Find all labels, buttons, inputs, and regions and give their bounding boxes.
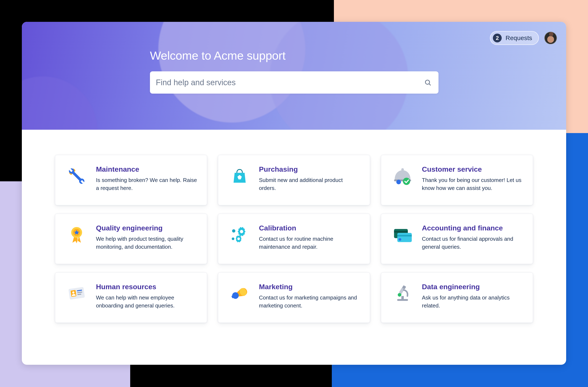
- svg-point-11: [396, 180, 401, 184]
- card-accounting-finance[interactable]: Accounting and finance Contact us for fi…: [381, 214, 533, 264]
- card-description: Ask us for anything data or analytics re…: [422, 294, 523, 309]
- svg-rect-20: [394, 231, 408, 233]
- megaphone-icon: [228, 282, 251, 305]
- svg-point-12: [403, 178, 410, 185]
- card-description: Contact us for routine machine maintenan…: [259, 235, 360, 251]
- gears-icon: [228, 223, 251, 246]
- ribbon-award-icon: [65, 223, 88, 246]
- card-marketing[interactable]: Marketing Contact us for marketing campa…: [218, 272, 370, 323]
- topbar: 2 Requests: [490, 31, 557, 45]
- svg-rect-21: [397, 233, 412, 242]
- card-purchasing[interactable]: Purchasing Submit new and additional pro…: [218, 155, 370, 205]
- card-description: We help with product testing, quality mo…: [96, 235, 197, 251]
- svg-rect-34: [401, 296, 404, 300]
- card-title: Accounting and finance: [422, 224, 523, 232]
- svg-point-23: [399, 238, 401, 241]
- tools-icon: [65, 164, 88, 188]
- shopping-bag-icon: [228, 164, 251, 188]
- card-description: Submit new and additional product orders…: [259, 176, 360, 192]
- svg-rect-22: [397, 235, 412, 237]
- support-portal-panel: 2 Requests Welcome to Acme support: [22, 22, 566, 365]
- search-icon: [424, 79, 431, 86]
- card-title: Calibration: [259, 224, 360, 232]
- svg-point-16: [232, 238, 234, 240]
- card-title: Marketing: [259, 283, 360, 291]
- card-description: Contact us for financial approvals and g…: [422, 235, 523, 251]
- requests-button[interactable]: 2 Requests: [490, 31, 539, 45]
- card-description: Thank you for being our customer! Let us…: [422, 176, 523, 192]
- svg-point-15: [232, 229, 235, 233]
- card-description: Is something broken? We can help. Raise …: [96, 176, 197, 192]
- svg-point-18: [237, 238, 240, 240]
- microscope-icon: [391, 282, 414, 305]
- svg-point-9: [401, 168, 404, 171]
- card-description: Contact us for marketing campaigns and m…: [259, 294, 360, 309]
- card-maintenance[interactable]: Maintenance Is something broken? We can …: [55, 155, 207, 205]
- requests-count-badge: 2: [493, 34, 502, 42]
- search-field-wrap[interactable]: [150, 71, 439, 94]
- card-title: Human resources: [96, 283, 197, 291]
- credit-cards-icon: [391, 223, 414, 246]
- search-input[interactable]: [156, 78, 424, 87]
- category-grid: Maintenance Is something broken? We can …: [22, 130, 566, 340]
- hero-section: 2 Requests Welcome to Acme support: [22, 22, 566, 130]
- id-card-icon: [65, 282, 88, 305]
- card-title: Customer service: [422, 165, 523, 173]
- svg-point-36: [398, 293, 401, 297]
- card-title: Quality engineering: [96, 224, 197, 232]
- card-description: We can help with new employee onboarding…: [96, 294, 197, 309]
- svg-line-1: [429, 84, 430, 85]
- card-data-engineering[interactable]: Data engineering Ask us for anything dat…: [381, 272, 533, 323]
- svg-point-17: [240, 230, 243, 233]
- page-title: Welcome to Acme support: [150, 49, 286, 62]
- requests-label: Requests: [505, 34, 532, 41]
- cloche-check-icon: [391, 164, 414, 188]
- svg-rect-24: [68, 287, 85, 300]
- card-customer-service[interactable]: Customer service Thank you for being our…: [381, 155, 533, 205]
- card-calibration[interactable]: Calibration Contact us for routine machi…: [218, 214, 370, 264]
- card-quality-engineering[interactable]: Quality engineering We help with product…: [55, 214, 207, 264]
- card-human-resources[interactable]: Human resources We can help with new emp…: [55, 272, 207, 323]
- card-title: Maintenance: [96, 165, 197, 173]
- card-title: Data engineering: [422, 283, 523, 291]
- user-avatar[interactable]: [544, 32, 557, 44]
- card-title: Purchasing: [259, 165, 360, 173]
